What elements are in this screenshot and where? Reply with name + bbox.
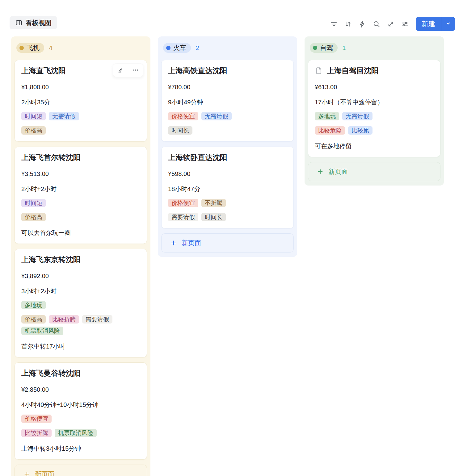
- card-duration: 9小时49分钟: [168, 98, 287, 106]
- card-price: ¥780.00: [168, 83, 287, 91]
- pros-tags: 时间短无需请假: [21, 112, 140, 120]
- tag[interactable]: 无需请假: [49, 112, 79, 120]
- card-more-button[interactable]: [128, 64, 143, 77]
- column-header: 火车2: [163, 43, 292, 53]
- tag[interactable]: 比较折腾: [21, 429, 52, 437]
- topbar: 看板视图 新建: [0, 0, 463, 36]
- kanban-card[interactable]: 上海软卧直达沈阳¥598.0018小时47分价格便宜不折腾需要请假时间长: [161, 147, 294, 228]
- tag[interactable]: 价格便宜: [168, 112, 198, 120]
- cons-tags: 价格高: [21, 126, 140, 135]
- tag[interactable]: 多地玩: [315, 112, 339, 120]
- card-title: 上海飞首尔转沈阳: [21, 152, 140, 163]
- card-title-text: 上海高铁直达沈阳: [168, 65, 227, 76]
- automation-icon[interactable]: [355, 18, 369, 30]
- column-group-pill[interactable]: 飞机: [16, 43, 44, 53]
- group-color-dot: [19, 46, 24, 50]
- edit-icon: [117, 67, 124, 74]
- tag[interactable]: 时间短: [21, 112, 46, 120]
- expand-icon[interactable]: [384, 18, 398, 30]
- card-duration: 2小时+2小时: [21, 185, 140, 193]
- tag[interactable]: 无需请假: [201, 112, 232, 120]
- new-button-caret[interactable]: [441, 17, 455, 31]
- tag[interactable]: 时间长: [168, 126, 192, 135]
- new-page-button[interactable]: 新页面: [15, 465, 147, 476]
- card-duration: 4小时40分钟+10小时15分钟: [21, 401, 140, 409]
- tag[interactable]: 价格便宜: [21, 415, 52, 423]
- card-duration: 2小时35分: [21, 98, 140, 106]
- pros-tags: 价格便宜: [21, 415, 140, 423]
- group-color-dot: [166, 46, 170, 50]
- tag[interactable]: 价格便宜: [168, 199, 198, 207]
- column-group-label: 飞机: [27, 44, 40, 52]
- card-price: ¥3,513.00: [21, 170, 140, 178]
- view-controls: 新建: [327, 17, 455, 31]
- group-color-dot: [313, 46, 317, 50]
- tag[interactable]: 比较折腾: [49, 315, 79, 324]
- filter-icon[interactable]: [327, 18, 341, 30]
- kanban-column: 自驾1上海自驾回沈阳¥613.0017小时（不算中途停留）多地玩无需请假比较危险…: [305, 36, 444, 186]
- new-page-button[interactable]: 新页面: [308, 162, 440, 181]
- new-page-label: 新页面: [35, 470, 54, 476]
- column-header: 飞机4: [16, 43, 145, 53]
- card-price: ¥613.00: [315, 83, 434, 91]
- tag[interactable]: 机票取消风险: [55, 429, 97, 437]
- pros-tags: 价格便宜无需请假: [168, 112, 287, 120]
- column-group-label: 自驾: [320, 44, 333, 52]
- kanban-card[interactable]: 上海高铁直达沈阳¥780.009小时49分钟价格便宜无需请假时间长: [161, 60, 294, 142]
- more-icon: [132, 66, 139, 75]
- kanban-card[interactable]: 上海自驾回沈阳¥613.0017小时（不算中途停留）多地玩无需请假比较危险比较累…: [308, 60, 440, 157]
- kanban-card[interactable]: 上海飞东京转沈阳¥3,892.003小时+2小时多地玩价格高比较折腾需要请假机票…: [15, 249, 147, 357]
- cons-tags: 价格高: [21, 213, 140, 221]
- column-count: 1: [342, 44, 346, 52]
- tag[interactable]: 时间短: [21, 199, 46, 207]
- search-icon[interactable]: [369, 18, 384, 30]
- kanban-board: 飞机4上海直飞沈阳¥1,800.002小时35分时间短无需请假价格高上海飞首尔转…: [11, 36, 444, 476]
- pros-tags: 时间短: [21, 199, 140, 207]
- kanban-card[interactable]: 上海飞首尔转沈阳¥3,513.002小时+2小时时间短价格高可以去首尔玩一圈: [15, 147, 147, 244]
- card-title: 上海飞曼谷转沈阳: [21, 368, 140, 378]
- view-tab-kanban[interactable]: 看板视图: [10, 16, 57, 29]
- settings-icon[interactable]: [398, 18, 412, 30]
- new-button[interactable]: 新建: [416, 17, 441, 31]
- plus-icon: [23, 471, 30, 476]
- new-button-group: 新建: [416, 17, 455, 31]
- tag[interactable]: 比较危险: [315, 126, 345, 135]
- card-duration: 17小时（不算中途停留）: [315, 98, 434, 106]
- tag[interactable]: 时间长: [201, 213, 226, 221]
- card-title-text: 上海飞曼谷转沈阳: [21, 368, 81, 378]
- tag[interactable]: 需要请假: [82, 315, 112, 324]
- tag[interactable]: 不折腾: [201, 199, 226, 207]
- new-page-label: 新页面: [182, 239, 201, 247]
- column-group-label: 火车: [173, 44, 186, 52]
- view-tab-label: 看板视图: [26, 19, 52, 27]
- cons-tags: 比较折腾机票取消风险: [21, 429, 140, 437]
- edit-card-button[interactable]: [113, 64, 128, 77]
- tag[interactable]: 机票取消风险: [21, 327, 63, 335]
- card-title: 上海软卧直达沈阳: [168, 152, 287, 163]
- card-duration: 18小时47分: [168, 185, 287, 193]
- sort-icon[interactable]: [341, 18, 355, 30]
- tag[interactable]: 多地玩: [21, 301, 46, 309]
- card-title-text: 上海自驾回沈阳: [327, 65, 379, 76]
- tag[interactable]: 无需请假: [342, 112, 373, 120]
- tag[interactable]: 价格高: [21, 315, 46, 324]
- kanban-card[interactable]: 上海飞曼谷转沈阳¥2,850.004小时40分钟+10小时15分钟价格便宜比较折…: [15, 362, 147, 460]
- kanban-icon: [15, 19, 23, 27]
- card-note: 上海中转3小时15分钟: [21, 445, 140, 453]
- card-price: ¥3,892.00: [21, 272, 140, 280]
- tag[interactable]: 比较累: [348, 126, 373, 135]
- pros-tags: 多地玩无需请假: [315, 112, 434, 120]
- pros-tags: 价格便宜不折腾: [168, 199, 287, 207]
- column-group-pill[interactable]: 火车: [163, 43, 191, 53]
- card-note: 可在多地停留: [315, 142, 434, 150]
- chevron-down-icon: [445, 20, 452, 28]
- column-group-pill[interactable]: 自驾: [310, 43, 338, 53]
- card-price: ¥2,850.00: [21, 386, 140, 394]
- card-title-text: 上海飞首尔转沈阳: [21, 152, 81, 163]
- tag[interactable]: 价格高: [21, 213, 46, 221]
- new-page-button[interactable]: 新页面: [161, 233, 294, 253]
- kanban-card[interactable]: 上海直飞沈阳¥1,800.002小时35分时间短无需请假价格高: [15, 60, 147, 142]
- tag[interactable]: 价格高: [21, 126, 46, 135]
- cons-tags: 比较危险比较累: [315, 126, 434, 135]
- tag[interactable]: 需要请假: [168, 213, 198, 221]
